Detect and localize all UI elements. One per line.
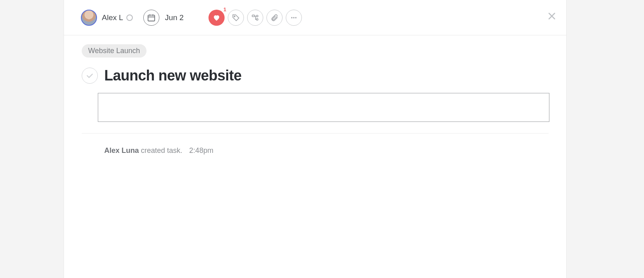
activity-time: 2:48pm bbox=[189, 146, 213, 154]
svg-rect-0 bbox=[148, 15, 155, 21]
complete-toggle[interactable] bbox=[82, 68, 98, 84]
more-icon bbox=[290, 14, 298, 22]
svg-point-6 bbox=[256, 15, 258, 16]
task-title[interactable]: Launch new website bbox=[104, 67, 242, 84]
activity-actor: Alex Luna bbox=[104, 146, 139, 154]
svg-point-4 bbox=[234, 16, 235, 17]
like-count-badge: 1 bbox=[223, 6, 226, 12]
activity-action: created task. bbox=[139, 146, 182, 154]
attachments-button[interactable] bbox=[266, 10, 283, 26]
project-chip[interactable]: Website Launch bbox=[82, 44, 147, 58]
svg-rect-5 bbox=[252, 15, 255, 16]
description-input[interactable] bbox=[98, 93, 549, 122]
close-icon bbox=[547, 11, 557, 21]
svg-point-8 bbox=[291, 17, 293, 18]
subtask-icon bbox=[251, 14, 259, 22]
assignee-status-dot[interactable] bbox=[126, 14, 133, 21]
task-title-row: Launch new website bbox=[82, 67, 549, 84]
svg-point-7 bbox=[256, 19, 258, 20]
assignee-name: Alex L bbox=[102, 13, 123, 22]
subtasks-button[interactable] bbox=[247, 10, 263, 26]
activity-entry: Alex Luna created task. 2:48pm bbox=[104, 146, 549, 155]
check-icon bbox=[85, 71, 94, 80]
svg-point-9 bbox=[293, 17, 295, 18]
svg-point-10 bbox=[295, 17, 297, 18]
heart-icon bbox=[213, 14, 221, 22]
due-date-group[interactable]: Jun 2 bbox=[143, 10, 184, 26]
paperclip-icon bbox=[270, 14, 279, 22]
more-actions-button[interactable] bbox=[286, 10, 302, 26]
section-divider bbox=[82, 133, 549, 134]
task-body: Website Launch Launch new website Alex L… bbox=[64, 35, 566, 155]
toolbar-actions: 1 bbox=[208, 10, 302, 26]
like-button[interactable]: 1 bbox=[208, 10, 225, 26]
close-button[interactable] bbox=[547, 11, 557, 21]
task-detail-panel: Alex L Jun 2 1 bbox=[64, 0, 567, 278]
task-toolbar: Alex L Jun 2 1 bbox=[64, 0, 566, 35]
tags-button[interactable] bbox=[228, 10, 244, 26]
assignee-avatar[interactable] bbox=[81, 10, 97, 26]
due-date-text: Jun 2 bbox=[165, 13, 184, 22]
tag-icon bbox=[232, 14, 240, 22]
calendar-icon[interactable] bbox=[143, 10, 159, 26]
